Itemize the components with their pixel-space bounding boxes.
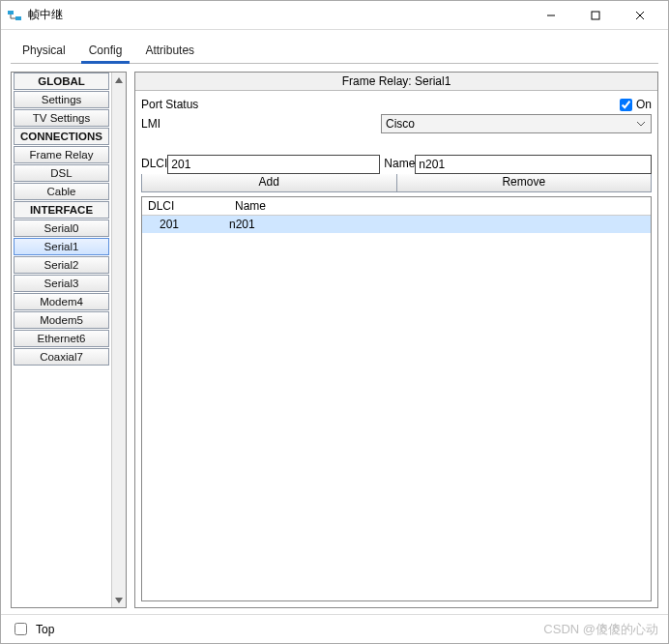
cell-dlci: 201 [142, 218, 229, 231]
svg-rect-0 [8, 11, 14, 15]
sidebar-item[interactable]: Modem4 [14, 293, 109, 310]
sidebar-scrollbar[interactable] [111, 73, 126, 607]
sidebar-header: GLOBAL [14, 73, 109, 90]
remove-button[interactable]: Remove [397, 174, 653, 192]
table-row[interactable]: 201n201 [142, 216, 651, 233]
on-label: On [636, 98, 652, 111]
window-title: 帧中继 [28, 7, 63, 23]
tab-physical[interactable]: Physical [11, 40, 77, 63]
name-input[interactable] [415, 155, 652, 174]
tab-config[interactable]: Config [77, 40, 134, 63]
top-checkbox[interactable] [15, 623, 27, 635]
app-window: 帧中继 Physical Config Attributes GLOBALSet… [0, 0, 669, 644]
svg-marker-6 [115, 77, 123, 83]
footer: Top CSDN @傻傻的心动 [1, 614, 668, 643]
scroll-track[interactable] [112, 87, 126, 593]
minimize-button[interactable] [529, 1, 573, 30]
scroll-down-icon[interactable] [112, 593, 126, 607]
sidebar-item[interactable]: Cable [14, 183, 109, 200]
sidebar-item[interactable]: Modem5 [14, 311, 109, 329]
lmi-label: LMI [141, 117, 381, 131]
tab-attributes[interactable]: Attributes [133, 40, 206, 63]
name-label: Name [384, 155, 415, 174]
chevron-down-icon [635, 118, 647, 130]
port-status-label: Port Status [141, 98, 198, 111]
app-icon [7, 8, 22, 23]
sidebar-header: CONNECTIONS [14, 128, 109, 145]
sidebar-item[interactable]: Serial2 [14, 256, 109, 274]
add-button[interactable]: Add [141, 174, 397, 192]
lmi-value: Cisco [386, 117, 415, 131]
sidebar-item[interactable]: Serial1 [14, 238, 109, 255]
scroll-up-icon[interactable] [112, 73, 126, 87]
sidebar-item[interactable]: Serial0 [14, 220, 109, 237]
dlci-input[interactable] [167, 155, 380, 174]
sidebar-item[interactable]: Frame Relay [14, 146, 109, 163]
col-header-dlci[interactable]: DLCI [142, 197, 229, 215]
cell-name: n201 [229, 218, 651, 231]
col-header-name[interactable]: Name [229, 197, 651, 215]
tabs: Physical Config Attributes [11, 40, 658, 64]
sidebar-item[interactable]: Serial3 [14, 275, 109, 292]
lmi-select[interactable]: Cisco [381, 114, 652, 133]
dlci-label: DLCI [141, 155, 167, 174]
panel-title: Frame Relay: Serial1 [135, 73, 657, 91]
port-status-toggle[interactable]: On [620, 98, 652, 111]
main-panel: Frame Relay: Serial1 Port Status On LMI [134, 72, 658, 608]
titlebar: 帧中继 [1, 1, 668, 30]
sidebar-item[interactable]: TV Settings [14, 109, 109, 127]
watermark: CSDN @傻傻的心动 [543, 621, 658, 638]
workarea: GLOBALSettingsTV SettingsCONNECTIONSFram… [11, 72, 658, 608]
sidebar-item[interactable]: Ethernet6 [14, 330, 109, 347]
svg-line-4 [636, 12, 644, 19]
svg-marker-7 [115, 598, 123, 603]
svg-rect-1 [15, 16, 21, 20]
sidebar-header: INTERFACE [14, 201, 109, 219]
sidebar-item[interactable]: Settings [14, 91, 109, 108]
sidebar: GLOBALSettingsTV SettingsCONNECTIONSFram… [11, 72, 127, 608]
sidebar-item[interactable]: DSL [14, 164, 109, 182]
content-area: Physical Config Attributes GLOBALSetting… [1, 30, 668, 614]
svg-line-5 [636, 12, 644, 19]
sidebar-item[interactable]: Coaxial7 [14, 348, 109, 366]
maximize-button[interactable] [573, 1, 618, 30]
svg-rect-3 [592, 12, 599, 19]
top-label: Top [36, 623, 54, 636]
port-status-checkbox[interactable] [620, 99, 632, 111]
dlci-table: DLCI Name 201n201 [141, 196, 652, 601]
close-button[interactable] [618, 1, 662, 30]
